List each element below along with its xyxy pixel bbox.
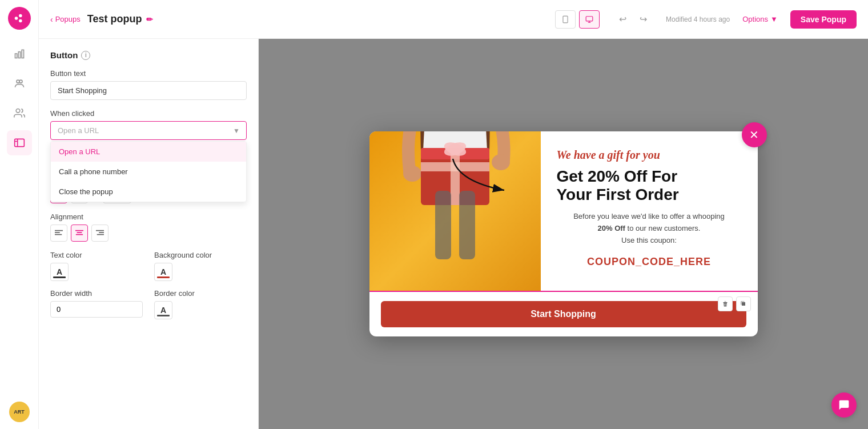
trash-icon [722,300,729,307]
dropdown-option-call-phone[interactable]: Call a phone number [51,162,246,182]
svg-rect-39 [459,191,475,259]
svg-rect-23 [97,234,104,235]
undo-button[interactable]: ↩ [613,10,632,29]
align-center-icon [75,229,83,237]
svg-rect-18 [75,230,83,231]
align-right-button[interactable] [91,224,108,242]
align-left-button[interactable] [50,224,67,242]
when-clicked-dropdown-container: Open a URL ▼ Open a URL Call a phone num… [50,121,247,140]
back-link-label: Popups [55,15,81,23]
popup-title: Test popup ✏ [87,13,154,25]
svg-point-2 [19,19,22,23]
modified-timestamp: Modified 4 hours ago [666,15,730,23]
woman-figure-svg [381,131,529,291]
sidebar-item-popups[interactable] [7,130,32,155]
sidebar-item-chart[interactable] [7,41,32,66]
popup-body-pre: Before you leave we'd like to offer a wh… [573,212,725,220]
text-color-field: Text color A [50,251,143,281]
bg-color-swatch[interactable]: A [154,263,172,281]
popup-coupon-instruction: Use this coupon: [621,236,677,244]
svg-rect-9 [14,139,24,146]
border-width-label: Border width [50,289,143,298]
svg-rect-17 [55,234,62,235]
bg-color-field: Background color A [154,251,247,281]
desktop-icon [585,15,593,23]
alignment-field-group: Alignment [50,213,247,242]
options-button[interactable]: Options ▼ [737,11,783,27]
border-color-label: Border color [154,289,247,298]
sidebar-item-contacts[interactable] [7,101,32,126]
edit-title-icon[interactable]: ✏ [146,15,153,24]
button-text-field-group: Button text [50,69,247,100]
popup-main-content: We have a gift for you Get 20% Off For Y… [369,131,758,291]
left-navigation: ART [0,0,39,429]
dropdown-option-open-url[interactable]: Open a URL [51,142,246,162]
svg-rect-16 [55,232,60,233]
mobile-icon [561,15,569,23]
main-area: ‹ Popups Test popup ✏ [39,0,868,429]
desktop-view-button[interactable] [579,10,600,29]
svg-point-31 [492,154,510,170]
contacts-icon [14,107,25,119]
logo-icon [13,12,26,25]
back-to-popups-link[interactable]: ‹ Popups [50,15,81,24]
mobile-view-button[interactable] [555,10,576,29]
text-color-indicator [53,276,66,278]
undo-redo-group: ↩ ↪ [613,10,652,29]
save-popup-button[interactable]: Save Popup [790,10,857,29]
editor-area: Button i Button text When clicked Open a… [39,39,868,429]
svg-point-1 [19,14,22,18]
svg-rect-3 [15,54,17,58]
app-logo[interactable] [8,7,31,30]
svg-rect-35 [421,162,489,171]
popup-headline: Get 20% Off For Your First Order [557,167,742,204]
popup-close-button[interactable]: ✕ [742,122,767,147]
when-clicked-field-group: When clicked Open a URL ▼ Open a URL Cal… [50,109,247,140]
popup-action-bar: Start Shopping [369,291,758,336]
user-avatar[interactable]: ART [9,402,30,422]
popup-preview: We have a gift for you Get 20% Off For Y… [369,131,758,336]
alignment-label: Alignment [50,213,247,221]
sidebar-item-segments[interactable] [7,71,32,96]
svg-rect-10 [563,16,568,23]
when-clicked-select[interactable]: Open a URL [50,121,247,140]
border-color-field: Border color A [154,289,247,319]
copy-button[interactable] [736,296,751,311]
panel-title: Button i [50,50,247,60]
text-color-swatch[interactable]: A [50,263,69,281]
top-bar: ‹ Popups Test popup ✏ [39,0,868,39]
align-center-button[interactable] [71,224,88,242]
align-left-icon [55,229,63,237]
dropdown-option-close-popup[interactable]: Close the popup [51,182,246,202]
svg-rect-34 [451,148,460,205]
panel-info-icon[interactable]: i [81,51,90,60]
svg-rect-21 [96,230,104,231]
options-chevron-icon: ▼ [770,15,778,23]
popup-headline-line2: Your First Order [557,186,679,203]
svg-point-0 [14,17,18,20]
popup-image [369,131,541,291]
button-text-input[interactable] [50,81,247,100]
popup-image-side [369,131,541,291]
delete-button[interactable] [718,296,733,311]
popup-body-post: to our new customers. [628,224,701,232]
border-color-char: A [160,306,166,315]
chat-icon [838,399,850,411]
dropdown-menu: Open a URL Call a phone number Close the… [50,141,247,202]
chart-icon [14,48,25,59]
border-color-swatch[interactable]: A [154,301,172,319]
button-text-label: Button text [50,69,247,78]
close-x-icon: ✕ [749,128,759,142]
border-width-input[interactable] [50,301,143,318]
align-right-icon [96,229,104,237]
popup-body-text: Before you leave we'd like to offer a wh… [557,211,742,246]
copy-icon [740,300,747,307]
redo-button[interactable]: ↪ [634,10,652,29]
chat-bubble-button[interactable] [831,392,857,418]
svg-rect-20 [76,234,83,235]
popups-icon [14,137,25,149]
popup-preview-wrapper: We have a gift for you Get 20% Off For Y… [369,131,758,336]
popup-cta-button[interactable]: Start Shopping [381,301,746,327]
bg-color-indicator [157,276,170,278]
left-panel: Button i Button text When clicked Open a… [39,39,259,429]
